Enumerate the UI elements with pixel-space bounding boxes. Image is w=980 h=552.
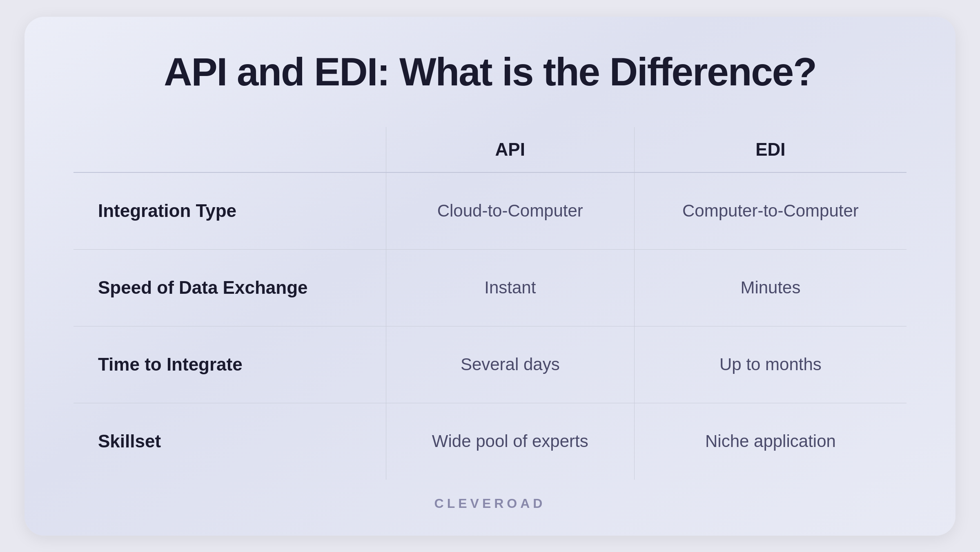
table-row: Integration TypeCloud-to-ComputerCompute… bbox=[74, 172, 906, 250]
row-label-2: Time to Integrate bbox=[74, 326, 386, 403]
comparison-table: API EDI Integration TypeCloud-to-Compute… bbox=[74, 127, 906, 480]
row-api-value-2: Several days bbox=[386, 326, 634, 403]
row-label-1: Speed of Data Exchange bbox=[74, 249, 386, 326]
table-row: Time to IntegrateSeveral daysUp to month… bbox=[74, 326, 906, 403]
row-api-value-0: Cloud-to-Computer bbox=[386, 172, 634, 250]
main-card: API and EDI: What is the Difference? API… bbox=[24, 17, 956, 536]
row-api-value-1: Instant bbox=[386, 249, 634, 326]
page-title: API and EDI: What is the Difference? bbox=[164, 49, 816, 94]
row-edi-value-0: Computer-to-Computer bbox=[634, 172, 906, 250]
table-row: SkillsetWide pool of expertsNiche applic… bbox=[74, 403, 906, 479]
row-edi-value-1: Minutes bbox=[634, 249, 906, 326]
header-api-col: API bbox=[386, 127, 634, 172]
row-label-3: Skillset bbox=[74, 403, 386, 479]
header-label-col bbox=[74, 127, 386, 172]
table-row: Speed of Data ExchangeInstantMinutes bbox=[74, 249, 906, 326]
row-edi-value-2: Up to months bbox=[634, 326, 906, 403]
header-edi-col: EDI bbox=[634, 127, 906, 172]
row-api-value-3: Wide pool of experts bbox=[386, 403, 634, 479]
row-edi-value-3: Niche application bbox=[634, 403, 906, 479]
row-label-0: Integration Type bbox=[74, 172, 386, 250]
brand-footer: CLEVEROAD bbox=[434, 496, 546, 511]
